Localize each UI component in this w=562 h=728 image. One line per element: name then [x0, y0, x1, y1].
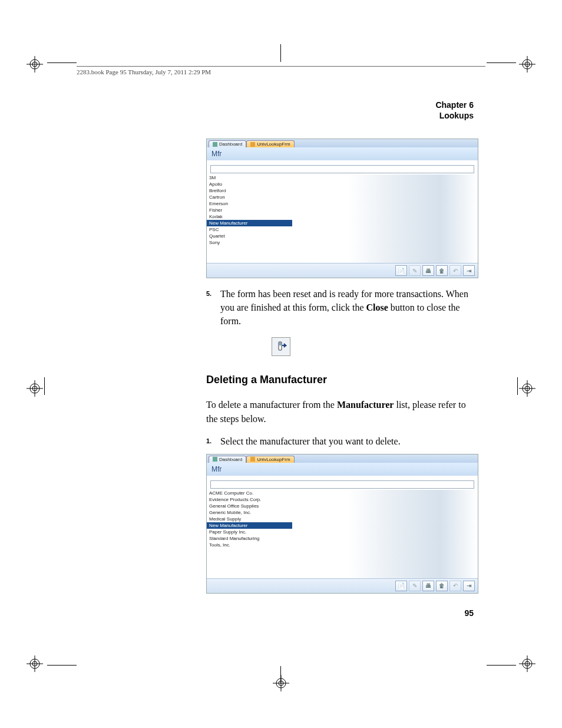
chapter-number: Chapter 6: [88, 100, 474, 111]
step-text: Select the manufacturer that you want to…: [220, 434, 474, 448]
step-1: 1. Select the manufacturer that you want…: [206, 434, 474, 448]
tab-univlookup-label: UnivLookupFrm: [257, 457, 290, 462]
crop-line: [487, 665, 516, 666]
registration-mark-icon: [519, 380, 535, 397]
step-text: The form has been reset and is ready for…: [220, 287, 474, 328]
close-button-figure: [88, 337, 474, 356]
toolbar-edit-button[interactable]: ✎: [409, 581, 421, 591]
tab-univlookup[interactable]: UnivLookupFrm: [246, 140, 294, 147]
list-item[interactable]: Fisher: [207, 207, 292, 213]
registration-mark-icon: [27, 380, 43, 397]
list-item[interactable]: Standard Manufacturing: [207, 535, 292, 542]
list-item[interactable]: Apollo: [207, 181, 292, 187]
tab-icon: [250, 457, 255, 462]
svg-rect-9: [250, 457, 255, 462]
crop-line: [47, 62, 77, 63]
tab-strip: Dashboard UnivLookupFrm: [207, 454, 478, 463]
form-toolbar: 📄 ✎ 🖶 🗑 ↶ ⇥: [207, 263, 478, 278]
registration-mark-icon: [27, 655, 43, 672]
book-header: 2283.book Page 95 Thursday, July 7, 2011…: [77, 66, 485, 75]
registration-mark-icon: [27, 56, 43, 73]
filter-row: [207, 160, 478, 174]
list-item[interactable]: 3M: [207, 174, 292, 181]
detail-area: [292, 490, 478, 578]
toolbar-print-button[interactable]: 🖶: [422, 581, 434, 591]
list-item[interactable]: Emerson: [207, 200, 292, 207]
toolbar-close-button[interactable]: ⇥: [463, 265, 475, 276]
section-heading: Deleting a Manufacturer: [206, 374, 474, 386]
svg-rect-6: [213, 142, 217, 147]
list-item[interactable]: Cartron: [207, 194, 292, 200]
list-item[interactable]: ACME Computer Co.: [207, 490, 292, 496]
step-number: 1.: [206, 434, 214, 448]
tab-dashboard-label: Dashboard: [219, 457, 242, 462]
toolbar-print-button[interactable]: 🖶: [422, 265, 434, 276]
filter-row: [207, 476, 478, 490]
close-icon: [272, 337, 290, 356]
step-number: 5.: [206, 287, 214, 328]
list-item[interactable]: Evidence Products Corp.: [207, 496, 292, 503]
list-item[interactable]: General Office Supplies: [207, 503, 292, 509]
screenshot-mfr-form-2: Dashboard UnivLookupFrm Mfr ACME Compute…: [206, 454, 478, 594]
crop-line: [517, 377, 518, 395]
list-item[interactable]: Medical Supply: [207, 516, 292, 522]
tab-dashboard[interactable]: Dashboard: [209, 140, 246, 147]
manufacturer-list[interactable]: ACME Computer Co.Evidence Products Corp.…: [207, 490, 292, 578]
toolbar-new-button[interactable]: 📄: [395, 265, 407, 276]
form-title: Mfr: [207, 463, 478, 476]
toolbar-undo-button[interactable]: ↶: [449, 265, 461, 276]
list-item[interactable]: Quartet: [207, 233, 292, 239]
svg-rect-7: [250, 142, 255, 147]
toolbar-edit-button[interactable]: ✎: [409, 265, 421, 276]
toolbar-new-button[interactable]: 📄: [395, 581, 407, 591]
toolbar-close-button[interactable]: ⇥: [463, 581, 475, 591]
crop-line: [487, 62, 516, 63]
filter-input[interactable]: [210, 480, 474, 489]
toolbar-undo-button[interactable]: ↶: [449, 581, 461, 591]
book-header-text: 2283.book Page 95 Thursday, July 7, 2011…: [77, 68, 211, 75]
intro-paragraph: To delete a manufacturer from the Manufa…: [206, 398, 474, 426]
list-item[interactable]: Sony: [207, 239, 292, 246]
step-5: 5. The form has been reset and is ready …: [206, 287, 474, 328]
tab-dashboard-label: Dashboard: [219, 141, 242, 147]
crop-line: [280, 666, 281, 684]
tab-dashboard[interactable]: Dashboard: [209, 456, 246, 463]
crop-line: [44, 377, 45, 395]
tab-univlookup-label: UnivLookupFrm: [257, 141, 290, 147]
screenshot-mfr-form-1: Dashboard UnivLookupFrm Mfr 3MApolloBret…: [206, 139, 478, 278]
chapter-heading: Chapter 6 Lookups: [88, 100, 474, 121]
list-item[interactable]: New Manufacturer: [207, 220, 292, 226]
list-item[interactable]: PSC: [207, 226, 292, 233]
list-item[interactable]: Generic Mobile, Inc.: [207, 509, 292, 516]
manufacturer-list[interactable]: 3MApolloBretfordCartronEmersonFisherKoda…: [207, 174, 292, 263]
filter-input[interactable]: [210, 165, 474, 173]
list-item[interactable]: New Manufacturer: [207, 522, 292, 529]
registration-mark-icon: [273, 675, 289, 691]
registration-mark-icon: [519, 655, 535, 672]
tab-icon: [250, 142, 255, 147]
chapter-title: Lookups: [88, 111, 474, 121]
tab-univlookup[interactable]: UnivLookupFrm: [246, 456, 294, 463]
crop-line: [47, 665, 77, 666]
form-toolbar: 📄 ✎ 🖶 🗑 ↶ ⇥: [207, 578, 478, 593]
tab-icon: [213, 457, 217, 462]
page-number: 95: [88, 608, 474, 618]
form-title: Mfr: [207, 147, 478, 160]
detail-area: [292, 174, 478, 263]
registration-mark-icon: [519, 56, 535, 73]
list-item[interactable]: Bretford: [207, 187, 292, 194]
crop-line: [280, 44, 281, 62]
list-item[interactable]: Tools, Inc.: [207, 542, 292, 548]
tab-strip: Dashboard UnivLookupFrm: [207, 139, 478, 147]
list-item[interactable]: Paper Supply Inc.: [207, 529, 292, 535]
svg-rect-8: [213, 457, 217, 462]
tab-icon: [213, 142, 217, 147]
list-item[interactable]: Kodak: [207, 213, 292, 220]
toolbar-delete-button[interactable]: 🗑: [436, 265, 448, 276]
toolbar-delete-button[interactable]: 🗑: [436, 581, 448, 591]
